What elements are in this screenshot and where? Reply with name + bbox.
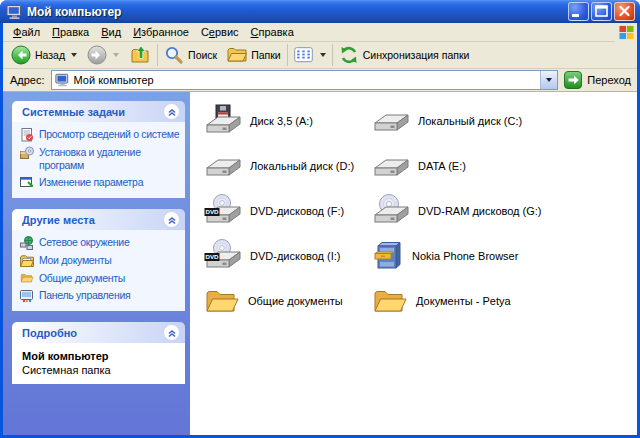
details-description: Системная папка — [22, 364, 181, 376]
system-info-icon — [20, 128, 34, 142]
link-label[interactable]: Сетевое окружение — [39, 236, 129, 249]
shared-documents-item[interactable]: Общие документы — [204, 278, 372, 323]
go-button[interactable]: Переход — [564, 71, 633, 89]
back-label: Назад — [35, 49, 65, 61]
link-label[interactable]: Мои документы — [39, 254, 112, 267]
link-network[interactable]: Сетевое окружение — [20, 236, 184, 250]
nokia-phone-browser-item[interactable]: Nokia Phone Browser — [372, 233, 612, 278]
search-label: Поиск — [188, 49, 217, 61]
collapse-chevron-icon[interactable] — [163, 324, 180, 341]
hard-disk-icon — [372, 106, 410, 136]
toolbar-separator — [332, 44, 333, 66]
up-button[interactable] — [129, 45, 153, 65]
hard-disk-icon — [204, 151, 242, 181]
collapse-chevron-icon[interactable] — [163, 103, 180, 120]
close-button[interactable] — [614, 2, 635, 21]
item-label: Nokia Phone Browser — [412, 250, 518, 262]
panel-body: Сетевое окружение Мои документы Общие до… — [12, 230, 185, 311]
toolbar: Назад Поиск Папки Синхронизация папки — [3, 42, 637, 69]
address-bar: Адрес: Мой компьютер Переход — [3, 69, 637, 92]
task-label[interactable]: Установка и удаление программ — [39, 146, 184, 172]
link-my-documents[interactable]: Мои документы — [20, 254, 184, 268]
details-body: Мой компьютер Системная папка — [12, 343, 185, 384]
explorer-window: Мой компьютер Файл Правка Вид Избранное … — [0, 0, 640, 438]
link-label[interactable]: Панель управления — [39, 289, 130, 302]
titlebar[interactable]: Мой компьютер — [0, 0, 640, 23]
item-label: Локальный диск (C:) — [418, 115, 522, 127]
views-dropdown-icon[interactable] — [320, 53, 326, 57]
drive-d-item[interactable]: Локальный диск (D:) — [204, 143, 372, 188]
item-label: DATA (E:) — [418, 160, 466, 172]
collapse-chevron-icon[interactable] — [163, 211, 180, 228]
address-value: Мой компьютер — [74, 74, 154, 86]
task-label[interactable]: Изменение параметра — [39, 176, 143, 189]
back-button[interactable]: Назад — [9, 45, 79, 65]
dvd-drive-icon — [204, 239, 242, 273]
panel-header-system-tasks[interactable]: Системные задачи — [12, 101, 185, 122]
link-control-panel[interactable]: Панель управления — [20, 289, 184, 303]
link-shared-documents[interactable]: Общие документы — [20, 272, 184, 285]
dvd-ram-drive-icon — [372, 194, 410, 228]
go-label: Переход — [587, 74, 631, 86]
views-icon — [294, 45, 314, 65]
item-label: Диск 3,5 (A:) — [250, 115, 313, 127]
folders-icon — [227, 45, 247, 65]
drive-a-item[interactable]: Диск 3,5 (A:) — [204, 98, 372, 143]
folders-button[interactable]: Папки — [225, 45, 283, 65]
my-documents-icon — [20, 254, 34, 268]
drive-e-item[interactable]: DATA (E:) — [372, 143, 612, 188]
panel-header-other-places[interactable]: Другие места — [12, 209, 185, 230]
menu-favorites[interactable]: Избранное — [127, 24, 195, 40]
forward-button[interactable] — [85, 45, 121, 65]
back-dropdown-icon[interactable] — [71, 53, 77, 57]
task-change-setting[interactable]: Изменение параметра — [20, 176, 184, 190]
go-icon — [564, 71, 582, 89]
drive-i-item[interactable]: DVD-дисковод (I:) — [204, 233, 372, 278]
toolbar-separator — [157, 44, 158, 66]
task-label[interactable]: Просмотр сведений о системе — [39, 128, 179, 141]
window-title: Мой компьютер — [27, 5, 566, 19]
panel-header-details[interactable]: Подробно — [12, 322, 185, 343]
maximize-button[interactable] — [591, 2, 612, 21]
search-icon — [164, 45, 184, 65]
folder-icon — [372, 286, 408, 316]
item-label: DVD-дисковод (F:) — [250, 205, 344, 217]
sync-button[interactable]: Синхронизация папки — [337, 45, 472, 65]
address-label: Адрес: — [10, 74, 45, 86]
drive-c-item[interactable]: Локальный диск (C:) — [372, 98, 612, 143]
views-button[interactable] — [292, 45, 328, 65]
drive-g-item[interactable]: DVD-RAM дисковод (G:) — [372, 188, 612, 233]
chevron-down-icon — [546, 78, 552, 82]
panel-other-places: Другие места Сетевое окружение Мои докум… — [12, 209, 185, 311]
address-dropdown-button[interactable] — [540, 71, 557, 89]
petya-documents-item[interactable]: Документы - Petya — [372, 278, 612, 323]
task-view-system-info[interactable]: Просмотр сведений о системе — [20, 128, 184, 142]
link-label[interactable]: Общие документы — [39, 272, 125, 285]
menu-tools[interactable]: Сервис — [195, 24, 245, 40]
panel-title: Подробно — [22, 327, 77, 339]
menu-file[interactable]: Файл — [7, 24, 46, 40]
task-add-remove-programs[interactable]: Установка и удаление программ — [20, 146, 184, 172]
my-computer-icon — [55, 73, 69, 87]
forward-dropdown-icon[interactable] — [113, 53, 119, 57]
panel-details: Подробно Мой компьютер Системная папка — [12, 322, 185, 384]
menu-edit[interactable]: Правка — [46, 24, 95, 40]
panel-body: Просмотр сведений о системе Установка и … — [12, 122, 185, 198]
panel-system-tasks: Системные задачи Просмотр сведений о сис… — [12, 101, 185, 198]
item-label: DVD-дисковод (I:) — [250, 250, 341, 262]
back-icon — [11, 45, 31, 65]
minimize-button[interactable] — [568, 2, 589, 21]
floppy-drive-icon — [204, 104, 242, 138]
control-panel-icon — [20, 289, 34, 303]
dvd-drive-icon — [204, 194, 242, 228]
drive-f-item[interactable]: DVD-дисковод (F:) — [204, 188, 372, 233]
item-label: Локальный диск (D:) — [250, 160, 354, 172]
task-pane: Системные задачи Просмотр сведений о сис… — [3, 92, 190, 435]
menu-view[interactable]: Вид — [95, 24, 127, 40]
address-combo[interactable]: Мой компьютер — [51, 70, 559, 90]
folders-label: Папки — [251, 49, 281, 61]
search-button[interactable]: Поиск — [162, 45, 219, 65]
toolbar-separator — [287, 44, 288, 66]
sync-label: Синхронизация папки — [363, 49, 470, 61]
menu-help[interactable]: Справка — [245, 24, 300, 40]
